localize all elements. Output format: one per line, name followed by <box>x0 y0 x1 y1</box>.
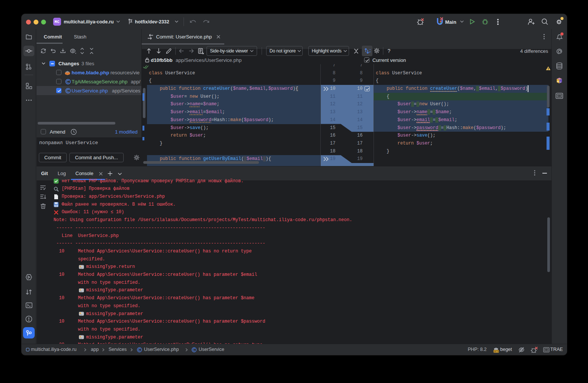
svg-text:SFTP: SFTP <box>494 350 499 352</box>
svg-text:M: M <box>557 80 559 83</box>
